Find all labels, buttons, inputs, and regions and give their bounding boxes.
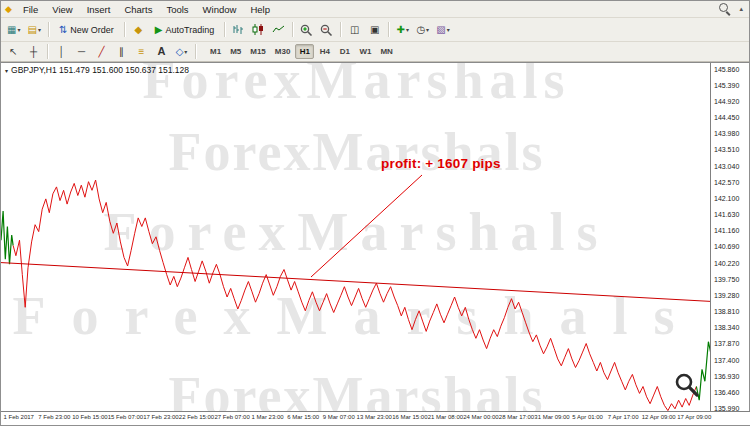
text-label-button[interactable]: A	[152, 42, 171, 61]
chevron-down-icon: ▾	[426, 26, 429, 33]
price-axis-label: 139.280	[714, 292, 739, 299]
chevron-down-icon: ▾	[184, 48, 187, 55]
search-icon[interactable]	[719, 3, 731, 15]
time-axis[interactable]: 1 Feb 20177 Feb 23:0010 Feb 15:0015 Feb …	[1, 411, 750, 425]
price-axis-label: 143.510	[714, 146, 739, 153]
chevron-down-icon: ▾	[447, 26, 450, 33]
timeframe-mn[interactable]: MN	[376, 44, 396, 59]
price-axis[interactable]: 145.860145.390144.920144.450143.980143.5…	[710, 63, 749, 414]
expert-advisors-button[interactable]: ◆	[129, 20, 148, 39]
cursor-icon: ↖	[9, 47, 17, 57]
time-axis-label: 21 Mar 08:00	[428, 414, 463, 420]
zoom-in-button[interactable]	[297, 20, 316, 39]
price-axis-label: 144.450	[714, 114, 739, 121]
profiles-button[interactable]: ▤ ▾	[24, 20, 43, 39]
templates-icon: ▧	[436, 25, 445, 35]
crosshair-button[interactable]: ┼	[24, 42, 43, 61]
time-axis-label: 13 Mar 23:00	[357, 414, 392, 420]
shapes-button[interactable]: ◇ ▾	[172, 42, 191, 61]
menu-window[interactable]: Window	[196, 3, 244, 16]
trendline-button[interactable]: ╱	[92, 42, 111, 61]
expert-advisors-icon: ◆	[134, 25, 142, 35]
time-axis-label: 31 Mar 09:00	[534, 414, 569, 420]
time-axis-label: 5 Apr 01:00	[572, 414, 603, 420]
menu-tools[interactable]: Tools	[159, 3, 195, 16]
timeframe-m30[interactable]: M30	[271, 44, 295, 59]
chevron-down-icon: ▾	[17, 26, 20, 33]
timeframe-d1[interactable]: D1	[335, 44, 354, 59]
price-axis-label: 144.920	[714, 98, 739, 105]
timeframe-h1[interactable]: H1	[295, 44, 314, 59]
price-axis-label: 138.340	[714, 324, 739, 331]
line-chart-button[interactable]	[269, 20, 288, 39]
tile-windows-button[interactable]: ◫	[345, 20, 364, 39]
timeframe-h4[interactable]: H4	[315, 44, 334, 59]
time-axis-label: 10 Feb 15:00	[72, 414, 107, 420]
time-axis-label: 7 Feb 23:00	[38, 414, 70, 420]
menu-insert[interactable]: Insert	[80, 3, 118, 16]
time-axis-label: 28 Mar 17:00	[499, 414, 534, 420]
new-order-icon: ⇅	[59, 25, 67, 35]
zoom-out-button[interactable]	[317, 20, 336, 39]
templates-button[interactable]: ▧ ▾	[433, 20, 452, 39]
price-axis-label: 142.570	[714, 179, 739, 186]
indicators-icon: ✚	[397, 25, 405, 35]
fibonacci-icon: ≡	[139, 47, 145, 57]
timeframe-m5[interactable]: M5	[226, 44, 245, 59]
candlestick-chart-icon	[252, 24, 265, 35]
shapes-icon: ◇	[176, 47, 184, 57]
cascade-windows-button[interactable]: ▣	[365, 20, 384, 39]
price-axis-label: 141.160	[714, 227, 739, 234]
menu-charts[interactable]: Charts	[117, 3, 159, 16]
menu-help[interactable]: Help	[243, 3, 277, 16]
profit-annotation[interactable]: profit: + 1607 pips	[381, 156, 501, 171]
chart-plot[interactable]: ForexMarshals ForexMarshals ForexMarshal…	[1, 63, 712, 414]
toolbar-separator	[340, 22, 341, 37]
toolbar-separator	[195, 44, 196, 59]
descending-trendline[interactable]	[1, 263, 712, 302]
vertical-line-button[interactable]: │	[52, 42, 71, 61]
chart-canvas	[1, 63, 712, 414]
fibonacci-button[interactable]: ≡	[132, 42, 151, 61]
bar-chart-button[interactable]	[229, 20, 248, 39]
mt4-window: ◆ File View Insert Charts Tools Window H…	[0, 0, 750, 426]
timeframe-m15[interactable]: M15	[246, 44, 270, 59]
autotrading-label: AutoTrading	[166, 25, 215, 35]
time-axis-label: 17 Feb 23:00	[143, 414, 178, 420]
candlestick-chart-button[interactable]	[249, 20, 268, 39]
cursor-button[interactable]: ↖	[4, 42, 23, 61]
price-axis-label: 137.400	[714, 357, 739, 364]
line-chart-icon	[272, 24, 285, 35]
horizontal-line-icon: ─	[78, 47, 85, 57]
collapse-toolbar-icon[interactable]: ▴	[739, 5, 743, 13]
time-axis-label: 22 Feb 15:00	[179, 414, 214, 420]
channel-icon: ∥	[119, 47, 124, 57]
price-axis-label: 143.980	[714, 130, 739, 137]
periods-button[interactable]: ◷ ▾	[413, 20, 432, 39]
menu-view[interactable]: View	[45, 3, 79, 16]
annotation-pointer-line	[311, 175, 422, 277]
new-order-button[interactable]: ⇅ New Order	[53, 20, 120, 39]
price-axis-label: 142.100	[714, 195, 739, 202]
channel-button[interactable]: ∥	[112, 42, 131, 61]
price-axis-label: 140.690	[714, 243, 739, 250]
price-axis-label: 138.810	[714, 308, 739, 315]
zoom-out-icon	[320, 24, 333, 36]
timeframe-m1[interactable]: M1	[206, 44, 225, 59]
horizontal-line-button[interactable]: ─	[72, 42, 91, 61]
clock-icon: ◷	[416, 25, 425, 35]
timeframe-w1[interactable]: W1	[355, 44, 375, 59]
time-axis-label: 6 Mar 15:00	[287, 414, 319, 420]
time-axis-label: 12 Apr 09:00	[642, 414, 676, 420]
toolbar-separator	[48, 22, 49, 37]
line-studies-toolbar: ↖ ┼ │ ─ ╱ ∥ ≡ A ◇ ▾ M1 M5 M15 M30 H1 H4 …	[1, 42, 749, 62]
autotrading-button[interactable]: ▶ AutoTrading	[149, 20, 220, 39]
menu-file[interactable]: File	[16, 3, 45, 16]
time-axis-label: 24 Mar 00:00	[463, 414, 498, 420]
text-icon: A	[158, 46, 166, 57]
chevron-down-icon: ▾	[406, 26, 409, 33]
chart-region: ForexMarshals ForexMarshals ForexMarshal…	[1, 62, 749, 425]
new-chart-button[interactable]: ▦ ▾	[4, 20, 23, 39]
price-axis-label: 139.750	[714, 276, 739, 283]
indicators-button[interactable]: ✚ ▾	[393, 20, 412, 39]
